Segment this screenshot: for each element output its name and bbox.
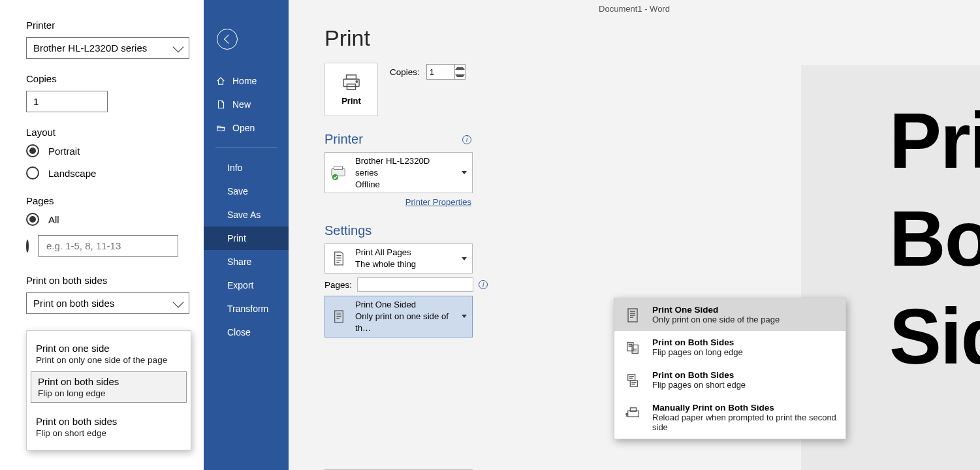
dropdown-title: Print All Pages	[355, 247, 455, 258]
document-icon	[329, 250, 349, 267]
nav-close[interactable]: Close	[204, 321, 289, 344]
nav-label: Save As	[227, 210, 261, 220]
caret-down-icon	[462, 171, 467, 174]
dropdown-title: Print One Sided	[355, 299, 455, 311]
printer-label: Printer	[26, 20, 178, 31]
copies-input[interactable]	[26, 91, 108, 112]
option-subtitle: Flip on short edge	[36, 428, 182, 438]
manual-duplex-icon	[624, 404, 642, 422]
radio-icon	[26, 166, 39, 180]
radio-custom-pages[interactable]	[26, 235, 178, 257]
caret-down-icon	[455, 74, 465, 77]
pages-label: Pages	[26, 195, 178, 206]
nav-export[interactable]: Export	[204, 274, 289, 297]
portrait-label: Portrait	[48, 146, 80, 157]
menu-item-subtitle: Only print on one side of the page	[652, 315, 780, 324]
duplex-label: Print on both sides	[26, 275, 178, 286]
printer-section-heading: Printer i	[324, 132, 471, 147]
svg-rect-5	[334, 166, 343, 170]
duplex-select-value: Print on both sides	[33, 298, 114, 309]
info-icon[interactable]: i	[462, 135, 471, 144]
back-button[interactable]	[217, 29, 238, 50]
all-label: All	[48, 214, 59, 225]
duplex-menu-one-sided[interactable]: Print One Sided Only print on one side o…	[614, 298, 846, 331]
radio-all-pages[interactable]: All	[26, 213, 178, 226]
page-heading: Print	[324, 25, 980, 51]
preview-content-text: PrintBothSides	[889, 91, 980, 385]
chevron-down-icon	[173, 41, 184, 52]
option-title: Print on one side	[36, 343, 182, 354]
copies-spinner[interactable]	[426, 64, 466, 80]
printer-icon	[341, 74, 361, 91]
flip-long-edge-icon	[624, 339, 642, 357]
nav-divider	[215, 148, 277, 148]
radio-landscape[interactable]: Landscape	[26, 166, 178, 180]
radio-portrait[interactable]: Portrait	[26, 144, 178, 157]
duplex-dropdown[interactable]: Print One Sided Only print on one side o…	[324, 296, 473, 337]
duplex-menu-short-edge[interactable]: Print on Both Sides Flip pages on short …	[614, 364, 846, 396]
print-button[interactable]: Print	[324, 63, 378, 116]
menu-item-subtitle: Reload paper when prompted to print the …	[652, 413, 836, 432]
nav-label: Open	[232, 123, 255, 133]
spinner-up[interactable]	[455, 65, 465, 72]
nav-transform[interactable]: Transform	[204, 297, 289, 321]
copies-value-input[interactable]	[427, 65, 454, 79]
home-icon	[215, 76, 226, 86]
printer-select-value: Brother HL-L2320D series	[33, 42, 147, 54]
pages-input[interactable]	[357, 277, 473, 292]
page-single-icon	[624, 306, 642, 324]
back-arrow-icon	[223, 35, 232, 44]
nav-label: Print	[227, 233, 246, 243]
print-range-dropdown[interactable]: Print All Pages The whole thing	[324, 243, 473, 274]
duplex-option-one-side[interactable]: Print on one side Print on only one side…	[27, 339, 191, 369]
pages-label: Pages:	[324, 280, 352, 290]
svg-point-6	[332, 174, 338, 180]
nav-label: New	[232, 99, 251, 110]
option-subtitle: Flip on long edge	[38, 388, 180, 398]
nav-new[interactable]: New	[204, 93, 289, 116]
dropdown-subtitle: The whole thing	[355, 258, 455, 270]
nav-label: Save	[227, 186, 248, 196]
nav-print[interactable]: Print	[204, 227, 289, 250]
caret-down-icon	[462, 257, 467, 260]
option-subtitle: Print on only one side of the page	[36, 355, 182, 365]
page-single-icon	[329, 308, 349, 325]
nav-label: Info	[227, 163, 242, 173]
nav-share[interactable]: Share	[204, 250, 289, 274]
printer-select[interactable]: Brother HL-L2320D series	[26, 37, 189, 59]
print-button-label: Print	[341, 96, 361, 106]
window-title: Document1 - Word	[289, 0, 980, 18]
main-area: Document1 - Word Print Print Copies: Pri…	[289, 0, 980, 470]
duplex-menu-manual[interactable]: Manually Print on Both Sides Reload pape…	[614, 396, 846, 439]
nav-label: Close	[227, 327, 251, 337]
radio-icon	[26, 213, 39, 226]
duplex-dropdown-panel: Print on one side Print on only one side…	[26, 330, 191, 450]
radio-icon	[26, 240, 29, 253]
duplex-option-long-edge[interactable]: Print on both sides Flip on long edge	[31, 371, 187, 403]
svg-rect-0	[347, 74, 356, 79]
dropdown-subtitle: Only print on one side of th…	[355, 311, 455, 334]
printer-status-icon	[329, 164, 349, 181]
duplex-menu-long-edge[interactable]: Print on Both Sides Flip pages on long e…	[614, 331, 846, 364]
landscape-label: Landscape	[48, 168, 96, 179]
nav-save-as[interactable]: Save As	[204, 203, 289, 227]
spinner-down[interactable]	[455, 72, 465, 79]
nav-label: Transform	[227, 304, 268, 314]
printer-properties-link[interactable]: Printer Properties	[405, 197, 471, 207]
flip-short-edge-icon	[624, 371, 642, 390]
info-icon[interactable]: i	[479, 280, 488, 289]
document-icon	[215, 99, 226, 110]
nav-save[interactable]: Save	[204, 180, 289, 203]
printer-dropdown[interactable]: Brother HL-L2320D series Offline	[324, 152, 473, 193]
layout-label: Layout	[26, 127, 178, 138]
pages-range-input[interactable]	[38, 235, 178, 257]
folder-open-icon	[215, 123, 226, 133]
menu-item-subtitle: Flip pages on short edge	[652, 380, 746, 390]
nav-info[interactable]: Info	[204, 156, 289, 180]
nav-home[interactable]: Home	[204, 69, 289, 93]
menu-item-subtitle: Flip pages on long edge	[652, 347, 743, 357]
duplex-option-short-edge[interactable]: Print on both sides Flip on short edge	[27, 412, 191, 442]
duplex-select[interactable]: Print on both sides	[26, 292, 189, 314]
menu-item-title: Print on Both Sides	[652, 370, 746, 380]
nav-open[interactable]: Open	[204, 116, 289, 140]
